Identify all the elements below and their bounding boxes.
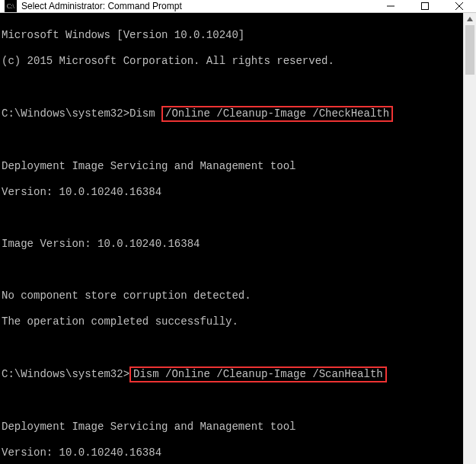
- window-controls: [373, 0, 476, 12]
- output-line: [2, 134, 460, 147]
- scrollbar-track[interactable]: [464, 25, 476, 464]
- vertical-scrollbar[interactable]: [463, 13, 476, 464]
- output-line: Deployment Image Servicing and Managemen…: [2, 160, 460, 173]
- prompt-text: C:\Windows\system32>Dism: [2, 107, 161, 120]
- prompt-line: C:\Windows\system32>Dism /Online /Cleanu…: [2, 107, 460, 121]
- scroll-up-button[interactable]: [464, 13, 476, 25]
- output-line: Image Version: 10.0.10240.16384: [2, 238, 460, 251]
- output-line: [2, 81, 460, 94]
- highlighted-command: Dism /Online /Cleanup-Image /ScanHealth: [129, 366, 387, 382]
- maximize-button[interactable]: [407, 0, 442, 12]
- output-line: No component store corruption detected.: [2, 290, 460, 302]
- output-line: [2, 341, 460, 354]
- svg-rect-3: [421, 3, 428, 10]
- prompt-line: C:\Windows\system32>Dism /Online /Cleanu…: [2, 367, 460, 382]
- output-line: [2, 264, 460, 277]
- output-line: Microsoft Windows [Version 10.0.10240]: [2, 29, 460, 42]
- window-title: Select Administrator: Command Prompt: [21, 1, 373, 11]
- minimize-button[interactable]: [373, 0, 407, 12]
- output-line: [2, 395, 460, 408]
- prompt-text: C:\Windows\system32>: [2, 368, 129, 380]
- highlighted-command: /Online /Cleanup-Image /CheckHealth: [161, 106, 393, 122]
- console-body: Microsoft Windows [Version 10.0.10240] (…: [0, 13, 476, 464]
- output-line: [2, 212, 460, 225]
- titlebar[interactable]: C:\ Select Administrator: Command Prompt: [0, 0, 476, 13]
- command-prompt-window: C:\ Select Administrator: Command Prompt…: [0, 0, 476, 464]
- close-button[interactable]: [442, 0, 476, 12]
- svg-marker-6: [467, 17, 473, 21]
- scrollbar-thumb[interactable]: [465, 25, 474, 75]
- cmd-icon: C:\: [5, 0, 17, 12]
- svg-text:C:\: C:\: [7, 3, 15, 10]
- output-line: Version: 10.0.10240.16384: [2, 186, 460, 199]
- output-line: Deployment Image Servicing and Managemen…: [2, 421, 460, 434]
- output-line: (c) 2015 Microsoft Corporation. All righ…: [2, 55, 460, 68]
- output-line: Version: 10.0.10240.16384: [2, 446, 460, 459]
- output-line: The operation completed successfully.: [2, 315, 460, 328]
- terminal-output[interactable]: Microsoft Windows [Version 10.0.10240] (…: [0, 13, 463, 464]
